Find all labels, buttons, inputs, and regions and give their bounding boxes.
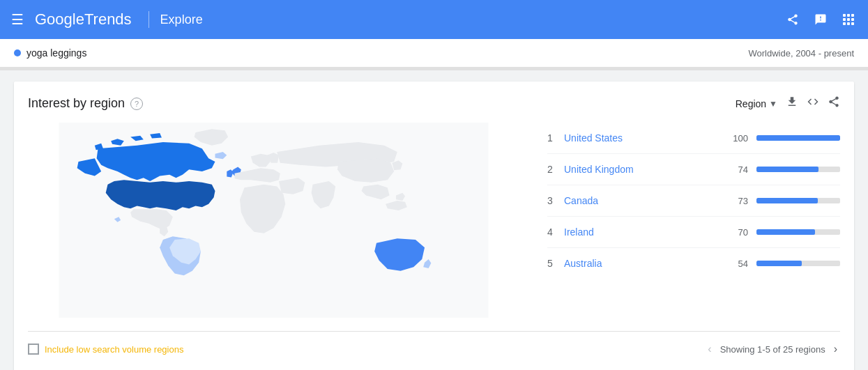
rank-number: 2 (547, 164, 564, 175)
rank-number: 4 (547, 226, 564, 238)
bar-fill (756, 229, 815, 235)
header-icons (784, 11, 857, 28)
feedback-icon[interactable] (812, 11, 829, 28)
next-page-button[interactable]: › (831, 340, 840, 358)
rank-number: 5 (547, 258, 564, 269)
bar-fill (756, 135, 840, 141)
card-controls: Region ▼ (736, 95, 840, 111)
card-footer: Include low search volume regions ‹ Show… (28, 331, 840, 358)
rankings-area: 1 United States 100 2 United Kingdom 74 (533, 123, 840, 320)
rank-country-name[interactable]: Canada (564, 195, 720, 206)
ranking-row: 2 United Kingdom 74 (547, 154, 840, 185)
search-term-area: yoga leggings (14, 47, 86, 59)
ranking-row: 4 Ireland 70 (547, 217, 840, 248)
header-explore: Explore (160, 13, 203, 27)
pagination-text: Showing 1-5 of 25 regions (720, 344, 825, 355)
search-dot (14, 49, 21, 56)
card-header: Interest by region ? Region ▼ (28, 95, 840, 111)
search-label: yoga leggings (26, 47, 86, 59)
rank-number: 1 (547, 132, 564, 144)
bar-fill (756, 261, 802, 266)
help-icon[interactable]: ? (130, 98, 143, 110)
ranking-row: 3 Canada 73 (547, 185, 840, 217)
region-dropdown[interactable]: Region ▼ (736, 98, 777, 109)
logo-google: Google (35, 10, 84, 29)
rank-value: 70 (720, 227, 748, 238)
bar-fill (756, 167, 818, 172)
dropdown-label: Region (736, 98, 766, 109)
rank-country-name[interactable]: United States (564, 132, 720, 144)
search-meta: Worldwide, 2004 - present (748, 48, 854, 59)
waffle-grid (843, 14, 854, 25)
interest-by-region-card: Interest by region ? Region ▼ (14, 82, 854, 370)
map-area (28, 123, 519, 320)
ranking-row: 5 Australia 54 (547, 248, 840, 279)
download-icon[interactable] (786, 95, 798, 111)
ranking-row: 1 United States 100 (547, 123, 840, 154)
rank-value: 100 (720, 133, 748, 144)
chevron-down-icon: ▼ (769, 99, 777, 109)
main-content: Interest by region ? Region ▼ (0, 70, 868, 370)
logo-trends: Trends (84, 10, 132, 29)
embed-icon[interactable] (807, 95, 819, 111)
rank-value: 73 (720, 196, 748, 206)
rank-value: 54 (720, 259, 748, 269)
rank-country-name[interactable]: Australia (564, 258, 720, 269)
bar-container (756, 261, 840, 266)
bar-container (756, 135, 840, 141)
checkbox-label[interactable]: Include low search volume regions (45, 344, 183, 355)
header: ☰ Google Trends Explore (0, 0, 868, 39)
header-divider (149, 11, 149, 28)
world-map (28, 123, 519, 318)
rank-country-name[interactable]: Ireland (564, 226, 720, 238)
search-bar: yoga leggings Worldwide, 2004 - present (0, 39, 868, 68)
share-card-icon[interactable] (828, 95, 840, 111)
bar-container (756, 229, 840, 235)
rank-value: 74 (720, 164, 748, 175)
bar-container (756, 167, 840, 172)
rank-country-name[interactable]: United Kingdom (564, 164, 720, 175)
logo: Google Trends (35, 10, 132, 29)
card-title-area: Interest by region ? (28, 96, 143, 111)
prev-page-button[interactable]: ‹ (705, 340, 714, 358)
share-icon[interactable] (784, 11, 801, 28)
bar-container (756, 198, 840, 203)
pagination: ‹ Showing 1-5 of 25 regions › (705, 340, 840, 358)
menu-icon[interactable]: ☰ (11, 11, 24, 28)
checkbox-area: Include low search volume regions (28, 344, 183, 355)
bar-fill (756, 198, 818, 203)
card-title: Interest by region (28, 96, 125, 111)
card-body: 1 United States 100 2 United Kingdom 74 (28, 123, 840, 320)
rank-number: 3 (547, 195, 564, 206)
low-volume-checkbox[interactable] (28, 344, 39, 355)
apps-icon[interactable] (840, 11, 857, 28)
